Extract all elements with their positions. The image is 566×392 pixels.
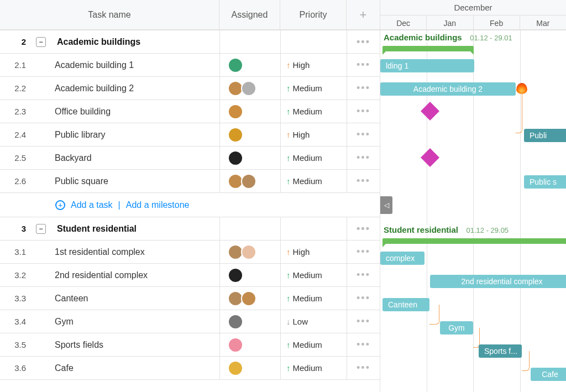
gantt-bar[interactable]: Gym — [440, 321, 473, 334]
arrow-up-icon: ↑ — [286, 340, 291, 349]
month-col[interactable]: Feb — [474, 15, 520, 30]
task-row[interactable]: 3.6 Cafe ↑Medium ••• — [0, 357, 380, 380]
cell-priority[interactable]: ↑High — [280, 241, 347, 263]
row-actions[interactable]: ••• — [347, 100, 380, 123]
row-actions[interactable]: ••• — [347, 170, 380, 192]
col-header-priority[interactable]: Priority — [280, 0, 347, 29]
cell-assigned[interactable] — [219, 147, 280, 169]
plus-circle-icon: + — [55, 200, 65, 210]
cell-priority[interactable]: ↑Medium — [280, 147, 347, 169]
gantt-bar[interactable]: Sports f... — [479, 344, 522, 358]
collapse-toggle[interactable]: − — [36, 224, 46, 234]
group-row[interactable]: 2 − Academic buildings ••• — [0, 30, 380, 54]
task-row[interactable]: 2.2 Academic building 2 ↑Medium ••• — [0, 77, 380, 100]
task-row[interactable]: 3.1 1st residential complex ↑High ••• — [0, 241, 380, 264]
row-actions[interactable]: ••• — [347, 77, 380, 100]
cell-assigned[interactable] — [219, 100, 280, 123]
gantt-bar[interactable]: Public s — [524, 175, 566, 189]
row-actions[interactable]: ••• — [347, 310, 380, 333]
task-row[interactable]: 2.1 Academic building 1 ↑High ••• — [0, 54, 380, 77]
task-row[interactable]: 2.4 Public library ↑High ••• — [0, 123, 380, 147]
cell-assigned[interactable] — [219, 123, 280, 146]
cell-assigned[interactable] — [219, 241, 280, 263]
row-actions[interactable]: ••• — [347, 147, 380, 169]
row-actions[interactable]: ••• — [347, 357, 380, 379]
app-root: Task name Assigned Priority + 2 − Academ… — [0, 0, 566, 392]
add-task-link[interactable]: Add a task — [71, 200, 113, 210]
row-actions[interactable]: ••• — [347, 287, 380, 310]
gantt-bar[interactable]: lding 1 — [380, 59, 474, 72]
task-row[interactable]: 2.6 Public square ↑Medium ••• — [0, 170, 380, 193]
gantt-bar[interactable]: Cafe — [531, 368, 566, 381]
gantt-bar[interactable]: Academic building 2 — [380, 82, 516, 96]
arrow-up-icon: ↑ — [286, 270, 291, 280]
gantt-bar[interactable]: Canteen — [382, 298, 429, 311]
gantt-body[interactable]: Academic buildings 01.12 - 29.01 lding 1… — [380, 30, 566, 392]
dependency-link — [429, 305, 439, 325]
cell-assigned[interactable] — [219, 170, 280, 192]
arrow-down-icon: ↓ — [286, 317, 291, 326]
row-actions[interactable]: ••• — [347, 54, 380, 76]
task-number: 2.5 — [0, 147, 30, 169]
row-actions[interactable]: ••• — [347, 123, 380, 146]
cell-priority[interactable]: ↑Medium — [280, 100, 347, 123]
cell-priority[interactable]: ↓Low — [280, 310, 347, 333]
cell-assigned[interactable] — [219, 357, 280, 379]
cell-assigned[interactable] — [219, 310, 280, 333]
gantt-panel[interactable]: December Dec Jan Feb Mar Academic buildi… — [380, 0, 566, 392]
gantt-bar[interactable]: complex — [380, 252, 424, 265]
task-row[interactable]: 3.4 Gym ↓Low ••• — [0, 310, 380, 333]
month-col[interactable]: Dec — [380, 15, 427, 30]
collapse-splitter[interactable]: ◁ — [380, 196, 392, 214]
task-row[interactable]: 3.5 Sports fields ↑Medium ••• — [0, 333, 380, 357]
row-actions[interactable]: ••• — [347, 333, 380, 356]
month-col[interactable]: Mar — [520, 15, 566, 30]
cell-priority[interactable]: ↑High — [280, 123, 347, 146]
task-number: 3.6 — [0, 357, 30, 379]
cell-priority[interactable]: ↑Medium — [280, 333, 347, 356]
task-row[interactable]: 3.3 Canteen ↑Medium ••• — [0, 287, 380, 310]
cell-priority[interactable]: ↑High — [280, 54, 347, 76]
avatar — [241, 244, 256, 260]
task-name: Public library — [49, 123, 219, 146]
cell-assigned[interactable] — [219, 333, 280, 356]
cell-priority[interactable]: ↑Medium — [280, 264, 347, 286]
group-row[interactable]: 3 − Student residential ••• — [0, 217, 380, 241]
cell-assigned[interactable] — [219, 77, 280, 100]
row-actions[interactable]: ••• — [347, 264, 380, 286]
task-number: 2.4 — [0, 123, 30, 146]
gantt-bar[interactable]: 2nd residential complex — [430, 275, 566, 288]
timeline-title: December — [380, 0, 566, 15]
gantt-milestone[interactable] — [421, 102, 439, 121]
cell-priority[interactable]: ↑Medium — [280, 287, 347, 310]
cell-assigned[interactable] — [219, 264, 280, 286]
add-column-button[interactable]: + — [347, 0, 380, 29]
add-milestone-link[interactable]: Add a milestone — [126, 200, 190, 210]
collapse-toggle[interactable]: − — [36, 37, 46, 47]
task-row[interactable]: 2.5 Backyard ↑Medium ••• — [0, 147, 380, 170]
col-header-task[interactable]: Task name — [0, 0, 219, 29]
cell-assigned[interactable] — [219, 287, 280, 310]
row-actions[interactable]: ••• — [347, 30, 380, 53]
priority-label: Medium — [293, 153, 322, 163]
cell-priority[interactable]: ↑Medium — [280, 357, 347, 379]
col-header-assigned[interactable]: Assigned — [219, 0, 280, 29]
row-actions[interactable]: ••• — [347, 241, 380, 263]
task-row[interactable]: 2.3 Office building ↑Medium ••• — [0, 100, 380, 123]
arrow-up-icon: ↑ — [286, 60, 291, 70]
gantt-group-bar — [382, 238, 566, 244]
task-row[interactable]: 3.2 2nd residential complex ↑Medium ••• — [0, 264, 380, 287]
gantt-milestone[interactable] — [421, 148, 439, 167]
gantt-group[interactable]: Student residential 01.12 - 29.05 — [382, 225, 565, 237]
row-actions[interactable]: ••• — [347, 217, 380, 240]
cell-assigned[interactable] — [219, 54, 280, 76]
cell-priority[interactable]: ↑Medium — [280, 170, 347, 192]
gantt-group[interactable]: Academic buildings 01.12 - 29.01 — [382, 33, 565, 45]
cell-priority[interactable]: ↑Medium — [280, 77, 347, 100]
month-col[interactable]: Jan — [427, 15, 473, 30]
gantt-bar[interactable]: Publi — [524, 129, 566, 142]
avatar — [228, 104, 243, 119]
grid-body: 2 − Academic buildings ••• 2.1 Academic … — [0, 30, 380, 392]
cell-priority — [280, 217, 347, 240]
task-number: 2.2 — [0, 77, 30, 100]
